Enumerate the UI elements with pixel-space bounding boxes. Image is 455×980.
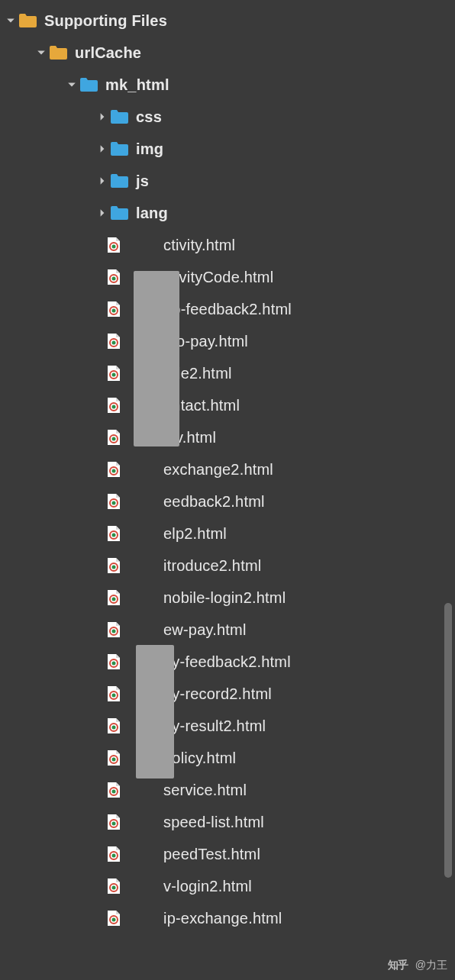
redaction-block	[136, 645, 174, 779]
svg-point-19	[112, 534, 116, 537]
svg-point-11	[112, 405, 116, 409]
file-label: itroduce2.html	[163, 557, 261, 575]
svg-point-5	[112, 309, 116, 313]
chevron-right-icon[interactable]	[95, 208, 110, 218]
file-label: ay-result2.html	[163, 717, 266, 735]
svg-point-3	[112, 277, 116, 281]
tree-file[interactable]: peedTest.html	[3, 838, 455, 870]
zhihu-logo: 知乎	[388, 959, 408, 971]
svg-point-37	[112, 822, 116, 826]
tree-folder-supporting-files[interactable]: Supporting Files	[3, 5, 455, 37]
tree-file[interactable]: ode2.html	[3, 357, 455, 389]
tree-file[interactable]: lev.html	[3, 421, 455, 453]
folder-label: lang	[136, 205, 168, 222]
folder-label: img	[136, 140, 163, 158]
chevron-down-icon[interactable]	[3, 16, 18, 25]
svg-point-21	[112, 566, 116, 569]
tree-folder-js[interactable]: js	[3, 165, 455, 197]
svg-point-23	[112, 598, 116, 601]
scrollbar-thumb[interactable]	[444, 603, 452, 878]
html-file-icon	[107, 814, 121, 830]
svg-point-33	[112, 758, 116, 762]
svg-point-9	[112, 373, 116, 377]
html-file-icon	[107, 653, 121, 670]
html-file-icon	[107, 429, 121, 446]
svg-point-29	[112, 694, 116, 698]
html-file-icon	[107, 333, 121, 350]
folder-icon	[110, 173, 128, 189]
html-file-icon	[107, 782, 121, 798]
folder-icon	[110, 205, 128, 221]
html-file-icon	[107, 717, 121, 734]
html-file-icon	[107, 589, 121, 606]
html-file-icon	[107, 621, 121, 638]
chevron-down-icon[interactable]	[64, 80, 79, 89]
file-label: speed-list.html	[163, 814, 264, 831]
html-file-icon	[107, 910, 121, 927]
chevron-right-icon[interactable]	[95, 176, 110, 185]
watermark: 知乎 @力王	[388, 959, 447, 972]
tree-file[interactable]: v-login2.html	[3, 870, 455, 902]
tree-folder-css[interactable]: css	[3, 101, 455, 133]
html-file-icon	[107, 846, 121, 862]
file-label: v-login2.html	[163, 878, 252, 895]
tree-file[interactable]: ip-exchange.html	[3, 902, 455, 934]
svg-point-1	[112, 245, 116, 249]
tree-file[interactable]: service.html	[3, 774, 455, 806]
tree-file[interactable]: ay-result2.html	[3, 710, 455, 742]
tree-file[interactable]: ay-record2.html	[3, 678, 455, 710]
file-label: ay-record2.html	[163, 685, 272, 703]
redaction-block	[134, 271, 179, 446]
svg-point-13	[112, 437, 116, 441]
tree-folder-urlcache[interactable]: urlCache	[3, 37, 455, 69]
tree-file[interactable]: ctivity.html	[3, 229, 455, 261]
chevron-right-icon[interactable]	[95, 144, 110, 153]
tree-file[interactable]: uto-pay.html	[3, 325, 455, 357]
chevron-down-icon[interactable]	[34, 48, 49, 57]
watermark-author: @力王	[415, 959, 447, 971]
folder-icon	[110, 109, 128, 124]
svg-point-27	[112, 662, 116, 666]
file-label: ctivityCode.html	[163, 269, 273, 286]
svg-point-7	[112, 341, 116, 345]
folder-label: css	[136, 108, 162, 126]
file-label: pp-feedback2.html	[163, 301, 292, 318]
tree-folder-img[interactable]: img	[3, 133, 455, 165]
tree-file[interactable]: exchange2.html	[3, 453, 455, 485]
file-label: eedback2.html	[163, 493, 265, 511]
tree-file[interactable]: nobile-login2.html	[3, 582, 455, 614]
html-file-icon	[107, 557, 121, 574]
svg-point-43	[112, 918, 116, 922]
tree-file[interactable]: oolicy.html	[3, 742, 455, 774]
html-file-icon	[107, 365, 121, 382]
svg-point-15	[112, 469, 116, 473]
folder-label: urlCache	[75, 44, 141, 62]
file-label: exchange2.html	[163, 461, 273, 479]
tree-file[interactable]: speed-list.html	[3, 806, 455, 838]
html-file-icon	[107, 461, 121, 478]
svg-point-39	[112, 854, 116, 858]
folder-label: mk_html	[105, 76, 169, 94]
folder-label: Supporting Files	[44, 12, 167, 30]
tree-file[interactable]: elp2.html	[3, 517, 455, 550]
tree-file[interactable]: eedback2.html	[3, 485, 455, 517]
html-file-icon	[107, 685, 121, 702]
tree-file[interactable]: ontact.html	[3, 389, 455, 421]
tree-file[interactable]: ctivityCode.html	[3, 261, 455, 293]
tree-file[interactable]: itroduce2.html	[3, 550, 455, 582]
file-label: ew-pay.html	[163, 621, 247, 639]
file-label: nobile-login2.html	[163, 589, 286, 607]
file-label: elp2.html	[163, 525, 227, 543]
tree-folder-lang[interactable]: lang	[3, 197, 455, 229]
file-label: ctivity.html	[163, 237, 235, 254]
chevron-right-icon[interactable]	[95, 112, 110, 121]
folder-icon	[18, 13, 37, 28]
tree-folder-mk-html[interactable]: mk_html	[3, 69, 455, 101]
file-tree: Supporting Files urlCache mk_html cssimg…	[0, 0, 455, 934]
tree-file[interactable]: pp-feedback2.html	[3, 293, 455, 325]
folder-label: js	[136, 172, 149, 190]
file-label: ip-exchange.html	[163, 910, 282, 927]
tree-file[interactable]: ew-pay.html	[3, 614, 455, 646]
svg-point-41	[112, 886, 116, 890]
tree-file[interactable]: ay-feedback2.html	[3, 646, 455, 678]
